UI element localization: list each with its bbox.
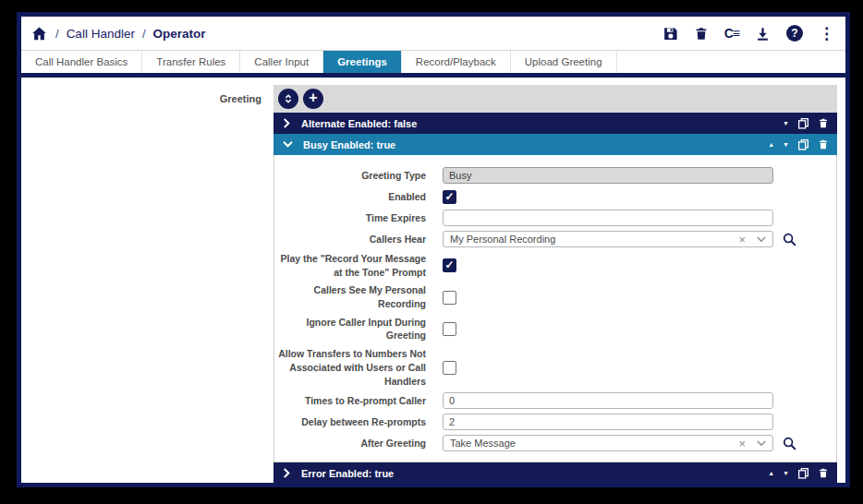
breadcrumb-page: Operator bbox=[153, 27, 206, 41]
enabled-checkbox[interactable] bbox=[443, 190, 456, 204]
help-button[interactable]: ? bbox=[786, 25, 803, 42]
breadcrumb-separator: / bbox=[142, 27, 146, 41]
field-label: Time Expires bbox=[274, 211, 426, 225]
field-label: After Greeting bbox=[274, 437, 426, 450]
tab-label: Record/Playback bbox=[416, 56, 496, 67]
trash-icon[interactable] bbox=[818, 467, 829, 479]
selected-value: Take Message bbox=[450, 438, 738, 449]
search-icon bbox=[782, 232, 797, 247]
chevron-down-icon bbox=[283, 140, 293, 149]
field-label: Play the "Record Your Message at the Ton… bbox=[274, 252, 426, 279]
move-up-icon[interactable]: ▲ bbox=[768, 141, 774, 148]
tab-upload-greeting[interactable]: Upload Greeting bbox=[511, 51, 617, 73]
app-window: / Call Handler / Operator C bbox=[17, 12, 850, 487]
delay-reprompts-field[interactable] bbox=[443, 414, 773, 430]
field-label: Greeting Type bbox=[274, 169, 426, 183]
copy-icon[interactable] bbox=[797, 467, 809, 479]
form-row-allow-transfers: Allow Transfers to Numbers Not Associate… bbox=[274, 347, 836, 388]
play-record-prompt-checkbox[interactable] bbox=[443, 258, 456, 272]
page-content: Greeting + Alternate Enabl bbox=[21, 78, 845, 483]
delete-button[interactable] bbox=[694, 26, 709, 42]
chevron-right-icon bbox=[283, 118, 291, 128]
accordion-row-busy[interactable]: Busy Enabled: true ▲ ▼ bbox=[273, 134, 837, 155]
greeting-component: + Alternate Enabled: false ▼ bbox=[273, 85, 837, 483]
save-icon bbox=[662, 26, 678, 42]
home-icon bbox=[30, 25, 48, 42]
tab-label: Call Handler Basics bbox=[35, 56, 128, 67]
tab-label: Caller Input bbox=[254, 56, 309, 67]
accordion-row-title: Error Enabled: true bbox=[301, 468, 768, 479]
tab-greetings[interactable]: Greetings bbox=[323, 51, 402, 73]
help-glyph: ? bbox=[791, 27, 797, 40]
trash-icon[interactable] bbox=[818, 117, 829, 129]
busy-greeting-panel: Greeting Type Enabled Time Expires bbox=[273, 155, 837, 462]
field-label: Allow Transfers to Numbers Not Associate… bbox=[274, 347, 426, 388]
breadcrumb-separator: / bbox=[55, 27, 59, 41]
tab-label: Transfer Rules bbox=[156, 56, 225, 67]
breadcrumb-section[interactable]: Call Handler bbox=[67, 27, 135, 41]
trash-icon bbox=[694, 26, 709, 42]
clear-icon[interactable]: × bbox=[738, 438, 746, 450]
form-row-enabled: Enabled bbox=[274, 188, 836, 205]
greeting-group-label: Greeting bbox=[141, 93, 261, 104]
app-bar-actions: C≡ ? ⋮ bbox=[662, 25, 834, 42]
tab-label: Greetings bbox=[337, 56, 387, 67]
after-greeting-search-button[interactable] bbox=[782, 436, 797, 451]
save-button[interactable] bbox=[662, 26, 678, 42]
clear-icon[interactable]: × bbox=[738, 234, 746, 246]
field-label: Enabled bbox=[274, 190, 426, 204]
dropdown-chevron-icon[interactable] bbox=[757, 440, 766, 447]
ce-button[interactable]: C≡ bbox=[724, 26, 739, 41]
form-row-callers-hear: Callers Hear My Personal Recording × bbox=[274, 231, 836, 247]
time-expires-field[interactable] bbox=[443, 210, 773, 226]
add-greeting-button[interactable]: + bbox=[303, 89, 323, 109]
row-actions: ▼ bbox=[783, 117, 829, 129]
tab-call-handler-basics[interactable]: Call Handler Basics bbox=[21, 51, 142, 73]
row-actions: ▲ ▼ bbox=[768, 467, 829, 479]
move-up-icon[interactable]: ▲ bbox=[768, 470, 774, 476]
field-label: Times to Re-prompt Caller bbox=[274, 394, 426, 408]
field-label: Delay between Re-prompts bbox=[274, 415, 426, 429]
form-row-time-expires: Time Expires bbox=[274, 210, 836, 226]
callers-hear-select[interactable]: My Personal Recording × bbox=[443, 231, 773, 247]
move-down-icon[interactable]: ▼ bbox=[783, 141, 789, 148]
c-equals-icon: C≡ bbox=[724, 26, 739, 41]
tab-label: Upload Greeting bbox=[525, 56, 602, 67]
greeting-toolbar: + bbox=[273, 85, 837, 113]
download-button[interactable] bbox=[755, 26, 771, 42]
copy-icon[interactable] bbox=[797, 138, 809, 150]
breadcrumb: / Call Handler / Operator bbox=[30, 25, 206, 42]
move-down-icon[interactable]: ▼ bbox=[783, 120, 789, 126]
tab-bar: Call Handler Basics Transfer Rules Calle… bbox=[21, 50, 845, 73]
more-options-button[interactable]: ⋮ bbox=[819, 26, 834, 42]
tab-record-playback[interactable]: Record/Playback bbox=[402, 51, 511, 73]
times-reprompt-field[interactable] bbox=[443, 392, 773, 409]
callers-hear-search-button[interactable] bbox=[782, 232, 797, 247]
field-label: Callers Hear bbox=[274, 233, 426, 246]
updown-chevrons-icon bbox=[282, 92, 295, 105]
selected-value: My Personal Recording bbox=[450, 234, 738, 245]
tab-transfer-rules[interactable]: Transfer Rules bbox=[142, 51, 240, 73]
allow-transfers-checkbox[interactable] bbox=[443, 361, 456, 375]
expand-collapse-all-button[interactable] bbox=[278, 89, 298, 109]
accordion-row-error[interactable]: Error Enabled: true ▲ ▼ bbox=[273, 462, 837, 483]
form-row-play-record-prompt: Play the "Record Your Message at the Ton… bbox=[274, 252, 836, 279]
after-greeting-select[interactable]: Take Message × bbox=[443, 435, 773, 451]
form-row-delay-reprompts: Delay between Re-prompts bbox=[274, 414, 836, 430]
search-icon bbox=[782, 436, 797, 451]
greeting-type-field bbox=[443, 167, 773, 184]
move-down-icon[interactable]: ▼ bbox=[783, 470, 789, 476]
dropdown-chevron-icon[interactable] bbox=[757, 236, 766, 243]
ignore-caller-input-checkbox[interactable] bbox=[443, 322, 456, 336]
copy-icon[interactable] bbox=[797, 117, 809, 129]
tab-caller-input[interactable]: Caller Input bbox=[240, 51, 323, 73]
trash-icon[interactable] bbox=[818, 138, 829, 150]
app-bar: / Call Handler / Operator C bbox=[21, 17, 845, 50]
accordion-row-title: Busy Enabled: true bbox=[303, 139, 768, 150]
form-row-times-reprompt: Times to Re-prompt Caller bbox=[274, 392, 836, 409]
accordion-row-title: Alternate Enabled: false bbox=[301, 118, 783, 129]
accordion-row-alternate[interactable]: Alternate Enabled: false ▼ bbox=[273, 113, 837, 134]
home-button[interactable] bbox=[30, 25, 48, 42]
form-row-greeting-type: Greeting Type bbox=[274, 167, 836, 184]
callers-see-recording-checkbox[interactable] bbox=[443, 291, 456, 305]
